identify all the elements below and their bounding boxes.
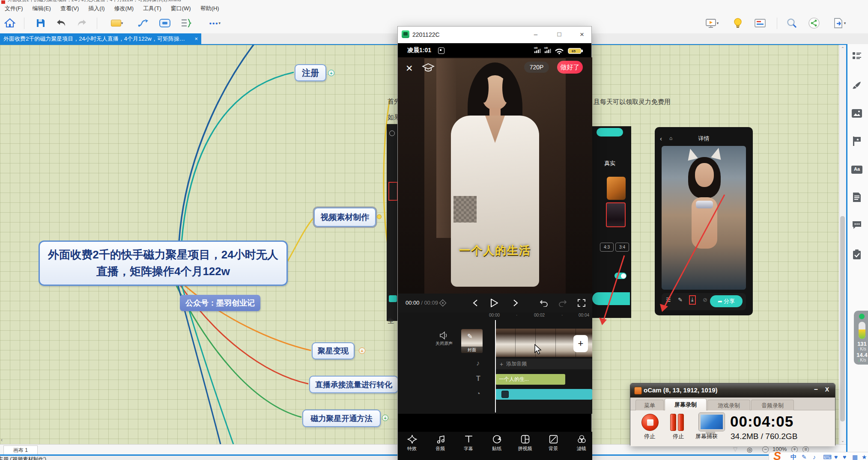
fullscreen-icon[interactable] bbox=[576, 297, 587, 309]
subtopic-badge-node[interactable]: 公众号：墨羽创业记 bbox=[180, 295, 260, 311]
topic-node-monetize[interactable]: 聚星变现 bbox=[312, 342, 355, 359]
pause-record-button[interactable] bbox=[670, 414, 676, 431]
boundary-button[interactable] bbox=[158, 17, 172, 30]
video-preview[interactable]: 一个人的生活 bbox=[398, 57, 592, 294]
add-clip-button[interactable]: + bbox=[573, 335, 588, 352]
tab-close-icon[interactable]: × bbox=[194, 36, 198, 42]
effect-clip-track[interactable] bbox=[495, 389, 592, 400]
ime-voice-icon[interactable]: ♪ bbox=[813, 454, 816, 460]
audio-rail-icon[interactable]: ♪ bbox=[476, 359, 480, 367]
active-document-tab[interactable]: 外面收费2千的磁力聚星项目，24小时无人直播，4个月122w，可矩阵操作(1) … bbox=[0, 33, 201, 44]
phone-mirror-window[interactable]: 2201122C – □ × 凌晨1:01 HD HD 65 bbox=[397, 26, 592, 460]
redo-button[interactable] bbox=[75, 17, 89, 30]
playhead[interactable] bbox=[495, 320, 496, 413]
tab-game-record[interactable]: 游戏录制 bbox=[707, 400, 750, 411]
netspeed-widget[interactable]: 131 ↑K/s 14.4 ↓K/s bbox=[854, 311, 868, 365]
task-clipboard-icon[interactable] bbox=[851, 249, 862, 260]
central-topic-node[interactable]: 外面收费2千的快手磁力聚星项目，24小时无人直播，矩阵操作4个月122w bbox=[39, 240, 288, 286]
ime-favorite-icon[interactable]: ♥ bbox=[834, 454, 838, 460]
ocam-recorder-window[interactable]: oCam (8, 13, 1912, 1019) – X 菜单 屏幕录制 游戏录… bbox=[630, 383, 835, 446]
menu-file[interactable]: 文件(F) bbox=[0, 5, 28, 12]
scrollbar-thumb[interactable] bbox=[840, 216, 845, 421]
undo-icon[interactable] bbox=[538, 297, 549, 309]
outline-panel-icon[interactable] bbox=[851, 50, 862, 61]
search-button[interactable] bbox=[784, 17, 799, 30]
close-button[interactable]: X bbox=[825, 386, 829, 393]
chevron-down-icon[interactable]: ▾ bbox=[219, 21, 221, 25]
summary-button[interactable] bbox=[179, 17, 194, 30]
scroll-down-icon[interactable]: ⌄ bbox=[839, 438, 846, 443]
presentation-button[interactable]: ▾ bbox=[701, 17, 722, 30]
video-overlay-text[interactable]: 一个人的生活 bbox=[398, 243, 592, 258]
scroll-left-icon[interactable]: ‹ bbox=[1, 437, 3, 443]
label-icon[interactable]: Aa bbox=[851, 164, 862, 175]
minimize-button[interactable]: – bbox=[814, 386, 818, 393]
stop-record-button[interactable] bbox=[641, 414, 659, 431]
redo-icon[interactable] bbox=[557, 297, 568, 309]
expand-plus-icon[interactable]: + bbox=[328, 70, 334, 76]
mute-original-button[interactable]: 关闭原声 bbox=[431, 331, 457, 347]
screen-capture-button[interactable] bbox=[699, 413, 725, 431]
collapsed-children-dot[interactable] bbox=[377, 214, 382, 219]
topic-node-activation[interactable]: 磁力聚星开通方法 bbox=[302, 410, 381, 427]
menu-window[interactable]: 窗口(W) bbox=[166, 5, 196, 12]
chevron-down-icon[interactable]: ▾ bbox=[717, 21, 719, 25]
ime-star-icon[interactable]: ★ bbox=[862, 454, 867, 460]
tool-effects[interactable]: 特效 bbox=[398, 432, 426, 460]
tab-audio-record[interactable]: 音频录制 bbox=[751, 400, 794, 411]
export-button[interactable]: ▾ bbox=[828, 17, 850, 30]
tool-subtitles[interactable]: 字幕 bbox=[454, 432, 483, 460]
notes-icon[interactable] bbox=[851, 192, 862, 203]
done-export-button[interactable]: 做好了 bbox=[557, 61, 583, 74]
resolution-button[interactable]: 720P bbox=[524, 62, 549, 73]
comment-icon[interactable] bbox=[851, 220, 862, 231]
phone-window-titlebar[interactable]: 2201122C – □ × bbox=[398, 27, 591, 43]
canvas-vertical-scrollbar[interactable]: ⌃ ⌄ bbox=[839, 45, 846, 444]
pause-record-button[interactable] bbox=[678, 414, 684, 431]
share-button[interactable] bbox=[807, 17, 821, 30]
expand-plus-icon[interactable]: + bbox=[382, 415, 388, 421]
home-button[interactable] bbox=[3, 17, 17, 30]
insert-topic-button[interactable]: ▾ bbox=[107, 17, 127, 30]
ime-favorite-icon[interactable]: ♥ bbox=[843, 454, 846, 460]
more-tools-button[interactable]: ••• ▾ bbox=[205, 17, 225, 30]
topic-node-video-material[interactable]: 视频素材制作 bbox=[314, 208, 376, 227]
menu-help[interactable]: 帮助(H) bbox=[196, 5, 224, 12]
relationship-button[interactable] bbox=[136, 17, 151, 30]
tool-splice[interactable]: 拼视频 bbox=[511, 432, 539, 460]
chevron-down-icon[interactable]: ▾ bbox=[121, 21, 123, 25]
keyframe-icon[interactable] bbox=[437, 297, 448, 309]
close-button[interactable]: × bbox=[577, 30, 587, 39]
format-brush-icon[interactable] bbox=[851, 80, 862, 91]
zoom-out-button[interactable]: − bbox=[762, 446, 769, 453]
image-icon[interactable] bbox=[851, 108, 862, 119]
tool-filters[interactable]: 滤镜 bbox=[567, 432, 596, 460]
scroll-up-icon[interactable]: ⌃ bbox=[839, 46, 846, 51]
cover-edit-thumb[interactable]: ✎ 封面 bbox=[461, 329, 483, 353]
maximize-button[interactable]: □ bbox=[554, 30, 564, 38]
pointer-mode-icon[interactable]: ◎ bbox=[747, 446, 752, 454]
ocam-titlebar[interactable]: oCam (8, 13, 1912, 1019) – X bbox=[630, 383, 835, 398]
tool-background[interactable]: 背景 bbox=[539, 432, 567, 460]
canvas-sheet-tab[interactable]: 画布 1 bbox=[3, 445, 38, 455]
editor-close-icon[interactable]: ✕ bbox=[406, 63, 413, 74]
save-button[interactable] bbox=[33, 17, 48, 30]
text-clip-track[interactable]: 一个人的生... bbox=[495, 374, 565, 385]
menu-tools[interactable]: 工具(T) bbox=[138, 5, 166, 12]
menu-modify[interactable]: 修改(M) bbox=[110, 5, 139, 12]
slides-panel-button[interactable] bbox=[753, 17, 767, 30]
play-icon[interactable] bbox=[489, 297, 500, 309]
add-audio-track[interactable]: + 添加音频 bbox=[495, 359, 592, 369]
tool-audio[interactable]: 音频 bbox=[426, 432, 454, 460]
ime-pen-icon[interactable]: ✎ bbox=[802, 454, 807, 460]
tab-screen-record[interactable]: 屏幕录制 bbox=[665, 398, 707, 411]
chevron-down-icon[interactable]: ▾ bbox=[844, 21, 846, 25]
menu-edit[interactable]: 编辑(E) bbox=[28, 5, 56, 12]
filter-icon[interactable]: ▽ bbox=[733, 446, 737, 452]
menu-view[interactable]: 查看(V) bbox=[56, 5, 84, 12]
tutorial-cap-icon[interactable] bbox=[422, 63, 435, 73]
sogou-logo[interactable]: S bbox=[773, 450, 781, 460]
ime-toolbar[interactable]: S 中 ✎ ♪ ⌨ ♥ ♥ ▦ ★ bbox=[769, 452, 868, 460]
text-rail-icon[interactable]: T bbox=[476, 375, 480, 383]
tab-menu[interactable]: 菜单 bbox=[635, 400, 664, 411]
